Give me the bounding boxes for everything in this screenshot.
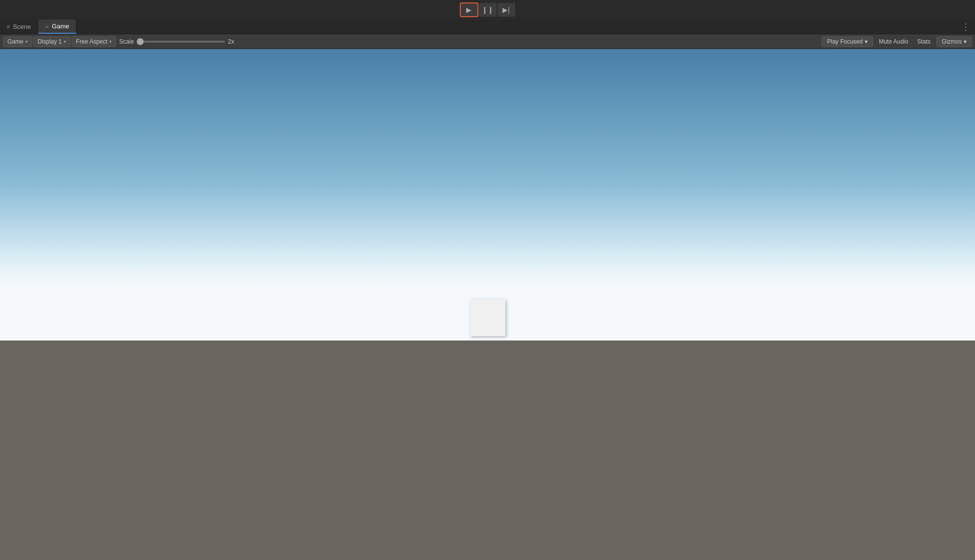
gizmos-dropdown[interactable]: Gizmos ▾ bbox=[936, 36, 972, 47]
tab-scene[interactable]: # Scene bbox=[0, 20, 38, 34]
scene-tab-icon: # bbox=[7, 24, 10, 30]
game-dropdown[interactable]: Game ▾ bbox=[3, 36, 32, 47]
scale-group: Scale 2x bbox=[119, 38, 234, 45]
toolbar-row: Game ▾ Display 1 ▾ Free Aspect ▾ Scale 2… bbox=[0, 34, 975, 49]
step-icon: ▶| bbox=[502, 6, 510, 14]
tab-game[interactable]: ∞ Game bbox=[38, 20, 76, 34]
ground-plane bbox=[0, 341, 975, 560]
pause-button[interactable]: ❙❙ bbox=[479, 3, 497, 17]
scale-slider[interactable] bbox=[137, 41, 225, 43]
mute-audio-button[interactable]: Mute Audio bbox=[876, 37, 911, 46]
step-button[interactable]: ▶| bbox=[498, 3, 515, 17]
play-focused-label: Play Focused bbox=[827, 38, 863, 45]
pause-icon: ❙❙ bbox=[482, 6, 494, 14]
stats-button[interactable]: Stats bbox=[914, 37, 933, 46]
display-dropdown[interactable]: Display 1 ▾ bbox=[33, 36, 71, 47]
gizmos-label: Gizmos bbox=[942, 38, 962, 45]
scale-thumb[interactable] bbox=[137, 38, 144, 45]
play-controls: ▶ ❙❙ ▶| bbox=[460, 3, 515, 17]
display-dropdown-label: Display 1 bbox=[38, 38, 62, 45]
game-dropdown-label: Game bbox=[7, 38, 24, 45]
aspect-dropdown-arrow: ▾ bbox=[109, 39, 112, 44]
game-viewport bbox=[0, 49, 975, 560]
game-dropdown-arrow: ▾ bbox=[25, 39, 28, 44]
game-tab-icon: ∞ bbox=[45, 24, 49, 29]
gizmos-arrow: ▾ bbox=[964, 38, 967, 45]
play-focused-arrow: ▾ bbox=[865, 38, 868, 45]
aspect-dropdown[interactable]: Free Aspect ▾ bbox=[72, 36, 116, 47]
scale-label: Scale bbox=[119, 38, 134, 45]
game-tab-label: Game bbox=[52, 23, 69, 30]
play-icon: ▶ bbox=[466, 6, 472, 14]
aspect-dropdown-label: Free Aspect bbox=[76, 38, 107, 45]
display-dropdown-arrow: ▾ bbox=[64, 39, 66, 44]
scene-tab-label: Scene bbox=[13, 23, 31, 30]
play-focused-button[interactable]: Play Focused ▾ bbox=[822, 36, 873, 47]
mute-audio-label: Mute Audio bbox=[879, 38, 908, 45]
scale-value: 2x bbox=[228, 38, 234, 45]
stats-label: Stats bbox=[917, 38, 930, 45]
white-cube bbox=[470, 299, 505, 336]
tab-more-button[interactable]: ⋮ bbox=[956, 22, 975, 32]
play-button[interactable]: ▶ bbox=[460, 3, 478, 17]
top-toolbar: ▶ ❙❙ ▶| bbox=[0, 0, 975, 20]
tab-bar: # Scene ∞ Game ⋮ bbox=[0, 20, 975, 34]
toolbar-right: Play Focused ▾ Mute Audio Stats Gizmos ▾ bbox=[822, 36, 972, 47]
